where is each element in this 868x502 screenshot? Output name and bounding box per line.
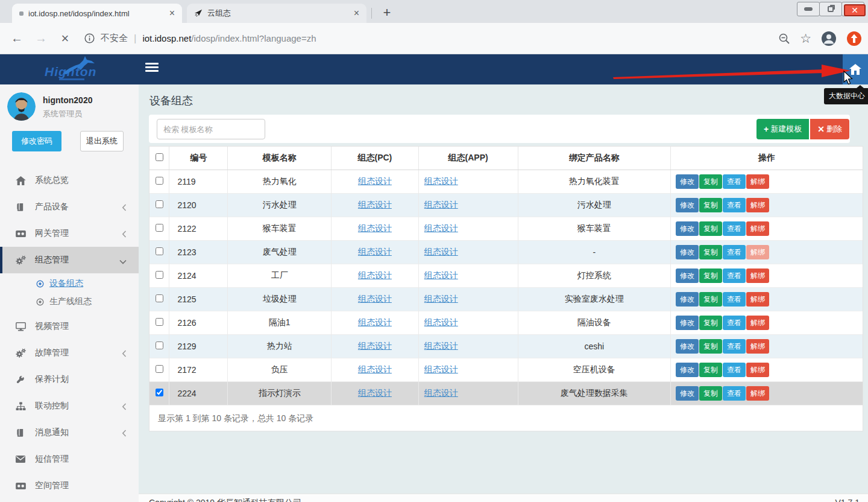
row-checkbox[interactable] (156, 200, 163, 208)
unbind-button[interactable]: 解绑 (746, 292, 769, 307)
update-badge-icon[interactable] (846, 31, 862, 46)
copy-button[interactable]: 复制 (699, 292, 722, 307)
pc-config-link[interactable]: 组态设计 (358, 294, 392, 303)
app-config-link[interactable]: 组态设计 (424, 223, 458, 233)
row-checkbox[interactable] (156, 294, 163, 302)
bookmark-star-icon[interactable]: ☆ (800, 31, 811, 46)
copy-button[interactable]: 复制 (699, 363, 722, 377)
sidebar-item-fault[interactable]: 故障管理 (0, 340, 139, 366)
pc-config-link[interactable]: 组态设计 (358, 247, 392, 256)
app-config-link[interactable]: 组态设计 (424, 247, 458, 256)
change-password-button[interactable]: 修改密码 (12, 131, 61, 151)
table-row[interactable]: 2224指示灯演示组态设计组态设计废气处理数据采集修改复制查看解绑 (149, 381, 863, 405)
logout-button[interactable]: 退出系统 (80, 131, 124, 151)
browser-tab-cloud[interactable]: 云组态 × (187, 4, 366, 23)
app-config-link[interactable]: 组态设计 (424, 364, 458, 374)
copy-button[interactable]: 复制 (699, 316, 722, 330)
app-config-link[interactable]: 组态设计 (424, 388, 458, 398)
profile-avatar-icon[interactable] (821, 31, 837, 46)
table-row[interactable]: 2124工厂组态设计组态设计灯控系统修改复制查看解绑 (149, 264, 863, 287)
new-template-button[interactable]: +新建模板 (756, 119, 809, 139)
view-button[interactable]: 查看 (723, 339, 746, 354)
unbind-button[interactable]: 解绑 (746, 316, 769, 330)
browser-tab-current[interactable]: iot.idosp.net/idosp/index.html × (12, 4, 182, 23)
restore-button[interactable] (819, 2, 842, 16)
row-checkbox[interactable] (156, 247, 163, 255)
sidebar-subitem-device-config[interactable]: 设备组态 (0, 275, 139, 293)
edit-button[interactable]: 修改 (676, 268, 699, 283)
unbind-button[interactable]: 解绑 (746, 363, 769, 377)
sidebar-item-gateway[interactable]: 网关管理 (0, 220, 139, 247)
sidebar-item-space[interactable]: 空间管理 (0, 472, 139, 499)
edit-button[interactable]: 修改 (676, 174, 699, 189)
stop-loading-button[interactable]: × (53, 31, 77, 46)
pc-config-link[interactable]: 组态设计 (358, 317, 392, 327)
sidebar-subitem-line-config[interactable]: 生产线组态 (0, 293, 139, 311)
sidebar-item-sms[interactable]: 短信管理 (0, 446, 139, 472)
app-config-link[interactable]: 组态设计 (424, 270, 458, 280)
address-bar[interactable]: 不安全 | iot.idosp.net/idosp/index.html?lan… (84, 33, 316, 45)
edit-button[interactable]: 修改 (676, 198, 699, 212)
unbind-button[interactable]: 解绑 (746, 174, 769, 189)
unbind-button[interactable]: 解绑 (746, 198, 769, 212)
app-config-link[interactable]: 组态设计 (424, 176, 458, 186)
sidebar-item-overview[interactable]: 系统总览 (0, 167, 139, 194)
table-row[interactable]: 2129热力站组态设计组态设计ceshi修改复制查看解绑 (149, 334, 863, 358)
unbind-button[interactable]: 解绑 (746, 339, 769, 354)
view-button[interactable]: 查看 (723, 268, 746, 283)
sidebar-item-message[interactable]: 消息通知 (0, 419, 139, 446)
info-icon[interactable] (84, 33, 95, 43)
copy-button[interactable]: 复制 (699, 198, 722, 212)
copy-button[interactable]: 复制 (699, 386, 722, 401)
table-row[interactable]: 2122猴车装置组态设计组态设计猴车装置修改复制查看解绑 (149, 217, 863, 240)
row-checkbox[interactable] (156, 224, 163, 232)
sidebar-item-product[interactable]: 产品设备 (0, 194, 139, 220)
copy-button[interactable]: 复制 (699, 339, 722, 354)
row-checkbox[interactable] (156, 177, 163, 185)
copy-button[interactable]: 复制 (699, 174, 722, 189)
delete-button[interactable]: ✕删除 (810, 119, 849, 139)
new-tab-button[interactable]: + (379, 5, 395, 22)
unbind-button[interactable]: 解绑 (746, 268, 769, 283)
pc-config-link[interactable]: 组态设计 (358, 388, 392, 398)
table-row[interactable]: 2126隔油1组态设计组态设计隔油设备修改复制查看解绑 (149, 311, 863, 334)
view-button[interactable]: 查看 (723, 386, 746, 401)
select-all-checkbox[interactable] (156, 153, 163, 161)
view-button[interactable]: 查看 (723, 292, 746, 307)
sidebar-item-maintenance[interactable]: 保养计划 (0, 366, 139, 393)
edit-button[interactable]: 修改 (676, 292, 699, 307)
edit-button[interactable]: 修改 (676, 316, 699, 330)
edit-button[interactable]: 修改 (676, 339, 699, 354)
edit-button[interactable]: 修改 (676, 363, 699, 377)
search-input[interactable] (157, 119, 265, 139)
row-checkbox[interactable] (156, 342, 163, 349)
pc-config-link[interactable]: 组态设计 (358, 176, 392, 186)
table-row[interactable]: 2119热力氧化组态设计组态设计热力氧化装置修改复制查看解绑 (149, 170, 863, 193)
copy-button[interactable]: 复制 (699, 245, 722, 259)
pc-config-link[interactable]: 组态设计 (358, 270, 392, 280)
view-button[interactable]: 查看 (723, 198, 746, 212)
unbind-button[interactable]: 解绑 (746, 221, 769, 236)
app-config-link[interactable]: 组态设计 (424, 317, 458, 327)
view-button[interactable]: 查看 (723, 363, 746, 377)
table-row[interactable]: 2172负压组态设计组态设计空压机设备修改复制查看解绑 (149, 358, 863, 381)
pc-config-link[interactable]: 组态设计 (358, 200, 392, 209)
big-data-center-button[interactable] (843, 54, 868, 84)
tab-close-icon[interactable]: × (351, 8, 362, 19)
app-config-link[interactable]: 组态设计 (424, 341, 458, 351)
sidebar-item-linkage[interactable]: 联动控制 (0, 393, 139, 419)
back-button[interactable]: ← (5, 31, 29, 45)
view-button[interactable]: 查看 (723, 245, 746, 259)
table-row[interactable]: 2123废气处理组态设计组态设计-修改复制查看解绑 (149, 240, 863, 264)
app-config-link[interactable]: 组态设计 (424, 294, 458, 303)
forward-button[interactable]: → (29, 31, 53, 45)
edit-button[interactable]: 修改 (676, 245, 699, 259)
minimize-button[interactable] (797, 2, 820, 16)
row-checkbox[interactable] (156, 389, 163, 396)
zoom-out-icon[interactable] (778, 33, 790, 45)
unbind-button[interactable]: 解绑 (746, 245, 769, 259)
sidebar-item-config[interactable]: 组态管理 (0, 247, 139, 273)
row-checkbox[interactable] (156, 365, 163, 373)
view-button[interactable]: 查看 (723, 316, 746, 330)
unbind-button[interactable]: 解绑 (746, 386, 769, 401)
